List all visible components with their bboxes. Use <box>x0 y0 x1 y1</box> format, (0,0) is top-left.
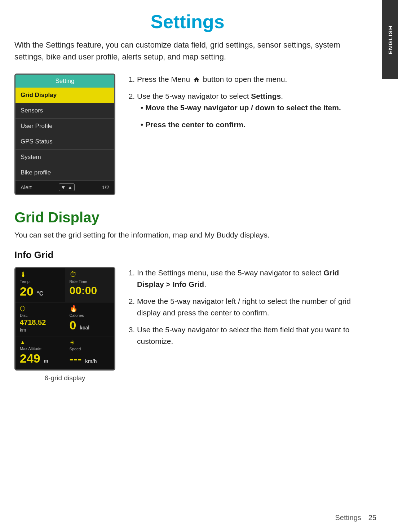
calories-icon: 🔥 <box>70 305 110 312</box>
step-1: Press the Menu button to open the menu. <box>137 74 361 85</box>
info-step-3: Use the 5-way navigator to select the it… <box>137 324 361 347</box>
grid-row-2: ▲ Max Altitude 249 m ☀ Speed --- km/h <box>16 337 114 369</box>
grid-cell-altitude: ▲ Max Altitude 249 m <box>16 337 65 369</box>
menu-item-bike-profile[interactable]: Bike profile <box>16 165 114 181</box>
intro-paragraph: With the Settings feature, you can custo… <box>14 39 361 63</box>
home-icon <box>193 76 200 83</box>
altitude-icon: ▲ <box>20 339 61 346</box>
info-step-1: In the Settings menu, use the 5-way navi… <box>137 267 361 291</box>
bullet-1: Move the 5-way navigator up / down to se… <box>141 102 361 114</box>
grid-caption: 6-grid display <box>14 374 115 382</box>
grid-cell-temp: 🌡 Temp. 20 °C <box>16 268 65 302</box>
grid-display-desc: You can set the grid setting for the inf… <box>14 229 361 241</box>
clock-icon: ⏱ <box>70 270 110 279</box>
menu-item-grid-display[interactable]: Grid Display <box>16 88 114 103</box>
speed-icon: ☀ <box>70 339 110 346</box>
screen-header: Setting <box>16 75 114 88</box>
page-title: Settings <box>14 11 361 32</box>
grid-cell-ridetime: ⏱ Ride Time 00:00 <box>65 268 115 302</box>
info-grid-left-panel: 🌡 Temp. 20 °C ⏱ Ride Time 00:00 ⬡ Dist. <box>14 267 115 382</box>
info-grid-display: 🌡 Temp. 20 °C ⏱ Ride Time 00:00 ⬡ Dist. <box>14 267 115 371</box>
thermo-icon: 🌡 <box>20 270 61 279</box>
settings-steps: Press the Menu button to open the menu. … <box>130 74 361 136</box>
grid-cell-dist: ⬡ Dist. 4718.52 km <box>16 302 65 337</box>
info-grid-subtitle: Info Grid <box>14 249 361 261</box>
step-2: Use the 5-way navigator to select Settin… <box>137 90 361 131</box>
screen-footer: Alert ▼ ▲ 1/2 <box>16 181 114 194</box>
grid-cell-speed: ☀ Speed --- km/h <box>65 337 115 369</box>
grid-display-title: Grid Display <box>14 209 361 226</box>
main-content: Settings With the Settings feature, you … <box>0 0 382 396</box>
device-screen-settings: Setting Grid Display Sensors User Profil… <box>14 74 115 195</box>
footer-section-label: Settings <box>335 514 361 522</box>
menu-item-user-profile[interactable]: User Profile <box>16 119 114 134</box>
grid-row-0: 🌡 Temp. 20 °C ⏱ Ride Time 00:00 <box>16 268 114 302</box>
footer-alert-label: Alert <box>21 184 32 190</box>
info-grid-steps: In the Settings menu, use the 5-way navi… <box>130 267 361 353</box>
nav-arrows[interactable]: ▼ ▲ <box>59 183 75 191</box>
menu-item-gps-status[interactable]: GPS Status <box>16 134 114 150</box>
page-footer: Settings 25 <box>335 514 376 522</box>
menu-item-sensors[interactable]: Sensors <box>16 103 114 119</box>
language-tab: ENGLISH <box>382 0 398 79</box>
page-indicator: 1/2 <box>102 184 109 190</box>
bullet-2: Press the center to confirm. <box>141 119 361 131</box>
dist-icon: ⬡ <box>20 305 61 312</box>
grid-row-1: ⬡ Dist. 4718.52 km 🔥 Calories 0 kcal <box>16 302 114 337</box>
menu-item-system[interactable]: System <box>16 150 114 165</box>
settings-overview-section: Setting Grid Display Sensors User Profil… <box>14 74 361 195</box>
language-label: ENGLISH <box>387 25 393 54</box>
info-step-2: Move the 5-way navigator left / right to… <box>137 296 361 319</box>
info-grid-section: 🌡 Temp. 20 °C ⏱ Ride Time 00:00 ⬡ Dist. <box>14 267 361 382</box>
grid-cell-calories: 🔥 Calories 0 kcal <box>65 302 115 337</box>
footer-page-number: 25 <box>368 514 376 522</box>
